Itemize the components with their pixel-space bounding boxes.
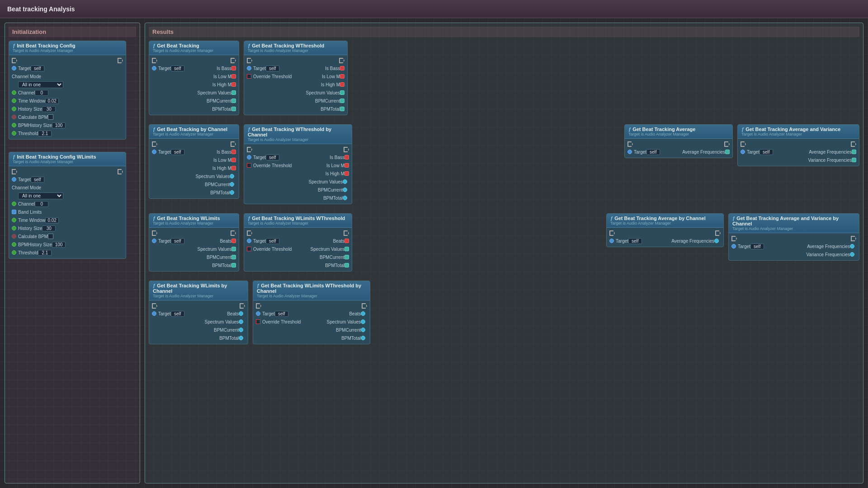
node-gbt-wlimits: ƒ Get Beat Tracking WLimits Target is Au… <box>149 213 239 272</box>
threshold-pin <box>12 131 16 136</box>
channel-pin <box>12 90 16 95</box>
timewindow-value[interactable]: 0.02 <box>45 98 59 104</box>
calcbpm-checkbox[interactable] <box>48 114 53 120</box>
bandlimits-row: Band Limits <box>9 208 126 216</box>
gbt-wth-target-pin <box>247 66 251 70</box>
gbt-avgbc-target-val[interactable]: self <box>628 238 642 244</box>
threshold-value[interactable]: 2.1 <box>38 131 52 136</box>
gbt-bc-target-pin <box>152 150 156 154</box>
gbt-wl-target-val[interactable]: self <box>171 238 184 244</box>
channel-mode-dropdown[interactable]: All in one <box>18 81 63 88</box>
bpmhistory-pin-2 <box>12 242 16 247</box>
node-init-config-body: Target self Channel Mode All in one Chan… <box>9 55 126 139</box>
bpmhistory-value[interactable]: 100 <box>52 122 66 128</box>
results-grid: ƒ Get Beat Tracking Target is Audio Anal… <box>149 41 859 349</box>
gbt-wth-specval-out <box>340 90 344 95</box>
node-gbt-avg-variance: ƒ Get Beat Tracking Average and Variance… <box>737 124 859 166</box>
init-panel: Initialization ƒ Init Beat Tracking Conf… <box>5 23 140 483</box>
gbt-bc-ishighm-out <box>231 166 236 170</box>
gbt-wth-target-val[interactable]: self <box>266 66 279 71</box>
init-panel-label: Initialization <box>9 27 136 37</box>
gbt-avgvar-varfreq-out <box>852 158 856 162</box>
gbt-wth-bc-target-val[interactable]: self <box>266 155 279 160</box>
gbt-bc-specval-out <box>230 174 234 178</box>
title-bar: Beat tracking Analysis <box>0 0 868 18</box>
override-checkbox-4[interactable] <box>256 319 260 324</box>
gbt-wl-exec-in <box>152 230 157 236</box>
gbt-wlwth-exec-in <box>247 230 252 236</box>
gbt-wlwthbc-target-val[interactable]: self <box>275 311 288 317</box>
timewindow-row: Time Window 0.02 <box>9 97 126 105</box>
node-init-wlimits-title: ƒ Init Beat Tracking Config WLimits <box>13 154 122 160</box>
gbt-avgvar-avgfreq-out <box>852 150 856 154</box>
node-gbt-wth-header: ƒ Get Beat Tracking WThreshold Target is… <box>244 41 347 55</box>
gbt-wlwthbc-bpmtot-out <box>361 336 365 340</box>
override-checkbox-3[interactable] <box>247 247 251 251</box>
gbt-wlbc-target-val[interactable]: self <box>171 311 184 317</box>
channel-value-2[interactable]: 0 <box>35 201 48 207</box>
gbt-wlbc-beats-out <box>239 311 243 316</box>
gbt-wth-bc-islowm-out <box>344 163 349 168</box>
node-init-config-wlimits: ƒ Init Beat Tracking Config WLimits Targ… <box>9 152 126 259</box>
bpmhistory-row: BPMHistory Size 100 <box>9 121 126 129</box>
gbt-wlwth-bpmtot-out <box>344 263 349 267</box>
gbt-wth-exec-out <box>339 58 344 63</box>
node-gbt-wlimits-by-channel: ƒ Get Beat Tracking WLimits by Channel T… <box>149 281 248 344</box>
gbt-avgvarbc-target-pin <box>731 244 736 249</box>
bpmhistory-value-2[interactable]: 100 <box>52 242 66 248</box>
timewindow-row-2: Time Window 0.02 <box>9 216 126 224</box>
gbt-wth-bc-exec-in <box>247 147 252 152</box>
node-gbt-wth-by-channel: ƒ Get Beat Tracking WThreshold by Channe… <box>244 124 352 204</box>
bpmhistory-row-2: BPMHistory Size 100 <box>9 240 126 249</box>
gbt-avg-target-val[interactable]: self <box>646 149 660 155</box>
node-gbt-avg-var-by-channel: ƒ Get Beat Tracking Average and Variance… <box>728 213 859 261</box>
gbt-wlbc-exec-in <box>152 303 157 309</box>
gbt-wlwth-target-pin <box>247 239 251 243</box>
channel-row: Channel 0 <box>9 89 126 97</box>
gbt-avgvarbc-exec-in <box>731 236 737 241</box>
target-value-2[interactable]: self <box>31 177 44 183</box>
gbt-ishighm-out <box>231 82 236 87</box>
gbt-avgvarbc-target-val[interactable]: self <box>750 244 764 249</box>
gbt-avgvarbc-varfreq-out <box>850 252 854 257</box>
gbt-wth-exec-in <box>247 58 252 63</box>
calcbpm-checkbox-2[interactable] <box>48 234 53 239</box>
gbt-wlwth-target-val[interactable]: self <box>266 238 279 244</box>
gbt-bpmcur-out <box>231 99 236 103</box>
gbt-bc-target-val[interactable]: self <box>171 149 184 155</box>
gbt-isbass-out <box>231 66 236 70</box>
threshold-value-2[interactable]: 2.1 <box>38 250 52 256</box>
calcbpm-row-2: Calculate BPM <box>9 232 126 240</box>
target-value[interactable]: self <box>31 66 44 71</box>
gbt-wl-bpmcur-out <box>231 255 236 259</box>
bandlimits-pin <box>12 210 16 214</box>
gbt-wth-bc-ishighm-out <box>344 171 349 176</box>
channel-mode-dropdown-row-2: All in one <box>9 192 126 200</box>
gbt-wlwth-bpmcur-out <box>344 255 349 259</box>
gbt-wth-bpmtot-out <box>340 107 344 111</box>
historysize-value[interactable]: 30 <box>42 106 56 112</box>
bpmhistory-pin <box>12 123 16 127</box>
calcbpm-row: Calculate BPM <box>9 113 126 121</box>
gbt-wlwth-exec-out <box>344 230 349 236</box>
timewindow-value-2[interactable]: 0.02 <box>45 217 59 223</box>
node-init-config-subtitle: Target is Audio Analyzer Manager <box>13 48 122 53</box>
channel-mode-dropdown-2[interactable]: All in one <box>18 192 63 199</box>
gbt-wlwthbc-bpmcur-out <box>361 328 365 332</box>
historysize-pin-2 <box>12 226 16 230</box>
calcbpm-pin <box>12 115 16 119</box>
historysize-value-2[interactable]: 30 <box>42 225 56 231</box>
gbt-bc-isbass-out <box>231 150 236 154</box>
gbt-wth-bc-bpmtot-out <box>343 196 347 200</box>
override-checkbox-2[interactable] <box>247 163 251 168</box>
gbt-target-val[interactable]: self <box>171 66 184 71</box>
gbt-avgvar-target-val[interactable]: self <box>760 149 773 155</box>
gbt-wl-beats-out <box>231 239 236 243</box>
gbt-islowm-out <box>231 74 236 79</box>
gbt-wth-bc-isbass-out <box>344 155 349 160</box>
channel-value[interactable]: 0 <box>35 90 48 96</box>
gbt-bc-exec-out <box>231 141 236 147</box>
node-gbt-wlimits-wth-by-channel: ƒ Get Beat Tracking WLimits WThreshold b… <box>253 281 370 344</box>
override-checkbox[interactable] <box>247 74 251 79</box>
gbt-bc-islowm-out <box>231 158 236 162</box>
